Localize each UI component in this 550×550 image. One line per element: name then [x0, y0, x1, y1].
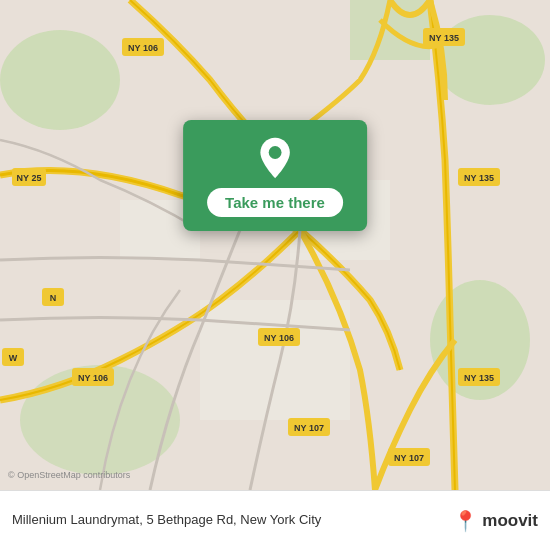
take-me-there-button[interactable]: Take me there — [207, 188, 343, 217]
svg-text:NY 135: NY 135 — [464, 173, 494, 183]
svg-rect-6 — [200, 300, 350, 420]
svg-text:NY 106: NY 106 — [78, 373, 108, 383]
svg-text:N: N — [50, 293, 57, 303]
bottom-bar: Millenium Laundrymat, 5 Bethpage Rd, New… — [0, 490, 550, 550]
svg-text:© OpenStreetMap contributors: © OpenStreetMap contributors — [8, 470, 131, 480]
svg-point-33 — [269, 146, 282, 159]
svg-text:NY 106: NY 106 — [128, 43, 158, 53]
moovit-pin-icon: 📍 — [453, 509, 478, 533]
svg-text:NY 106: NY 106 — [264, 333, 294, 343]
svg-text:NY 135: NY 135 — [464, 373, 494, 383]
svg-text:NY 25: NY 25 — [17, 173, 42, 183]
map-view: NY 106 NY 25 NY 135 NY 135 NY 135 NY 106… — [0, 0, 550, 490]
location-card[interactable]: Take me there — [183, 120, 367, 231]
moovit-text: moovit — [482, 511, 538, 531]
svg-text:W: W — [9, 353, 18, 363]
svg-text:NY 135: NY 135 — [429, 33, 459, 43]
svg-text:NY 107: NY 107 — [394, 453, 424, 463]
svg-text:NY 107: NY 107 — [294, 423, 324, 433]
moovit-logo: 📍 moovit — [453, 509, 538, 533]
address-label: Millenium Laundrymat, 5 Bethpage Rd, New… — [12, 512, 445, 529]
svg-point-1 — [0, 30, 120, 130]
map-pin-icon — [253, 136, 297, 180]
